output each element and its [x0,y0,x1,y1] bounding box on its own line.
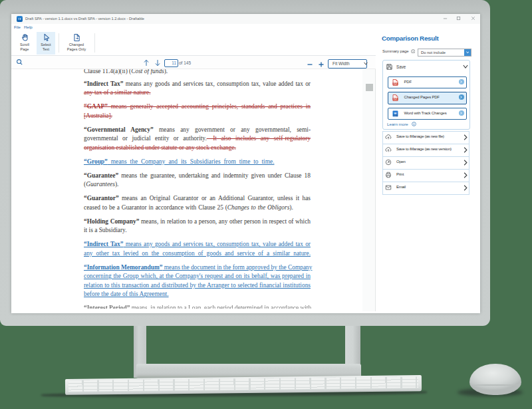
svg-text:DOCX: DOCX [393,114,398,116]
svg-text:W: W [394,111,396,114]
svg-text:PDF: PDF [393,82,397,84]
svg-text:PDF: PDF [393,98,397,100]
